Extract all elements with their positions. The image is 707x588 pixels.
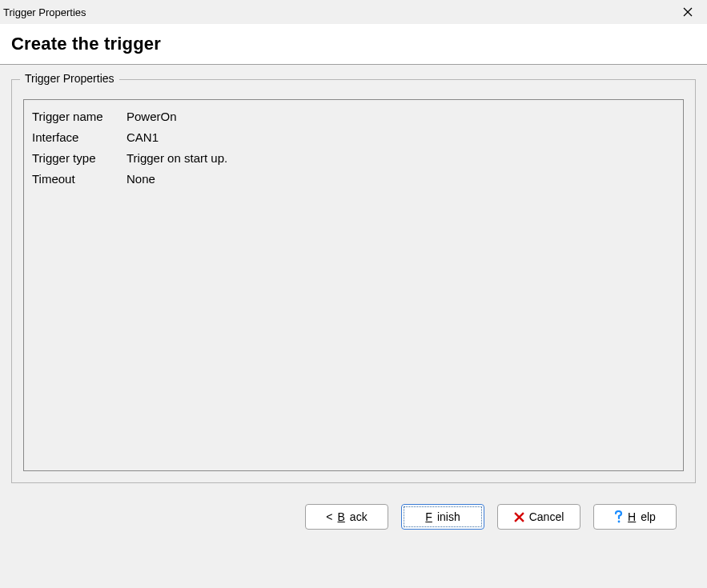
- window-title: Trigger Properties: [3, 6, 86, 18]
- close-icon: [683, 7, 693, 17]
- help-icon: [614, 510, 623, 523]
- trigger-properties-group: Trigger Properties Trigger name PowerOn …: [11, 79, 696, 483]
- help-rest: elp: [641, 510, 656, 523]
- back-rest: ack: [350, 510, 368, 523]
- svg-point-4: [618, 521, 621, 523]
- property-row: Interface CAN1: [32, 127, 675, 148]
- property-label: Trigger type: [32, 148, 127, 169]
- property-label: Timeout: [32, 169, 127, 190]
- groupbox-legend: Trigger Properties: [20, 72, 119, 85]
- wizard-header: Create the trigger: [0, 24, 707, 65]
- cancel-label: Cancel: [529, 510, 564, 523]
- page-title: Create the trigger: [11, 34, 696, 54]
- property-row: Timeout None: [32, 169, 675, 190]
- finish-rest: inish: [437, 510, 460, 523]
- content-area: Trigger Properties Trigger name PowerOn …: [0, 65, 707, 491]
- button-bar: < Back Finish Cancel Help: [0, 491, 707, 530]
- back-button[interactable]: < Back: [305, 504, 388, 530]
- finish-button[interactable]: Finish: [401, 504, 484, 530]
- property-label: Trigger name: [32, 106, 127, 127]
- property-value: None: [127, 169, 155, 190]
- property-row: Trigger type Trigger on start up.: [32, 148, 675, 169]
- cancel-icon: [514, 512, 524, 522]
- property-value: Trigger on start up.: [127, 148, 227, 169]
- finish-hotkey: F: [425, 510, 432, 523]
- titlebar: Trigger Properties: [0, 0, 707, 24]
- property-label: Interface: [32, 127, 127, 148]
- back-hotkey: B: [338, 510, 345, 523]
- close-button[interactable]: [675, 1, 701, 23]
- property-value: CAN1: [127, 127, 159, 148]
- cancel-button[interactable]: Cancel: [497, 504, 580, 530]
- help-button[interactable]: Help: [593, 504, 677, 530]
- help-hotkey: H: [628, 510, 636, 523]
- property-value: PowerOn: [127, 106, 177, 127]
- back-prefix: <: [326, 510, 332, 523]
- property-row: Trigger name PowerOn: [32, 106, 675, 127]
- properties-panel: Trigger name PowerOn Interface CAN1 Trig…: [23, 99, 684, 471]
